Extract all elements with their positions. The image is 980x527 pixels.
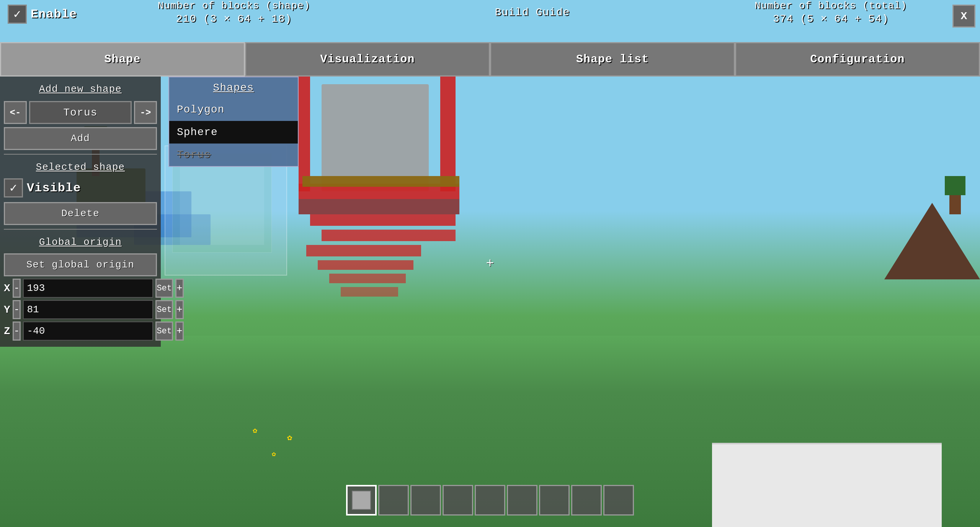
add-new-shape-link[interactable]: Add new shape <box>4 80 157 98</box>
flower2: ✿ <box>272 450 276 458</box>
visible-row: ✓ Visible <box>4 176 157 200</box>
y-input[interactable] <box>23 300 153 319</box>
visible-checkbox[interactable]: ✓ <box>4 178 23 197</box>
build-guide-label: Build Guide <box>495 3 570 21</box>
x-coord-row: X - Set + <box>4 279 157 298</box>
tree-leaves-2 <box>945 176 965 195</box>
hotbar-slot-6[interactable] <box>539 485 570 516</box>
hotbar-slot-5[interactable] <box>507 485 537 516</box>
add-button[interactable]: Add <box>4 127 157 150</box>
z-label: Z <box>4 325 10 337</box>
arrow-left-icon: <- <box>10 108 21 118</box>
shape-name-display: Torus <box>29 101 132 124</box>
x-input[interactable] <box>23 279 153 298</box>
flower1: ✿ <box>253 426 257 435</box>
y-coord-row: Y - Set + <box>4 300 157 319</box>
delete-button[interactable]: Delete <box>4 202 157 225</box>
shape-item-sphere[interactable]: Sphere <box>169 121 298 144</box>
hotbar-slot-2[interactable] <box>410 485 441 516</box>
x-plus-button[interactable]: + <box>175 279 184 298</box>
x-minus-button[interactable]: - <box>13 279 21 298</box>
enable-checkbox-container[interactable]: ✓ Enable <box>8 5 77 24</box>
arrow-right-icon: -> <box>140 108 151 118</box>
top-bar: ✓ Enable Number of blocks (shape) 210 (3… <box>0 0 980 42</box>
shape-prev-button[interactable]: <- <box>4 101 27 124</box>
selected-shape-link[interactable]: Selected shape <box>4 158 157 176</box>
total-stat-label: Number of blocks (total) <box>755 0 907 11</box>
z-minus-button[interactable]: - <box>13 321 21 341</box>
close-label: X <box>961 10 967 22</box>
shapes-header: Shapes <box>169 77 298 98</box>
tab-configuration[interactable]: Configuration <box>735 42 980 77</box>
y-set-button[interactable]: Set <box>155 300 173 319</box>
total-stat-section: Number of blocks (total) 374 (5 × 64 + 5… <box>681 0 980 25</box>
x-set-button[interactable]: Set <box>155 279 173 298</box>
mc-structure-main <box>299 61 471 329</box>
enable-checkbox[interactable]: ✓ <box>8 5 27 24</box>
z-plus-button[interactable]: + <box>175 321 184 341</box>
divider-1 <box>4 154 157 155</box>
global-origin-link[interactable]: Global origin <box>4 233 157 251</box>
ghost-blocks <box>172 153 279 268</box>
tab-bar: Shape Visualization Shape list Configura… <box>0 42 980 77</box>
red-bottom-2 <box>322 230 456 241</box>
set-global-origin-button[interactable]: Set global origin <box>4 253 157 276</box>
red-ring-right <box>440 77 456 191</box>
red-bottom-3 <box>306 245 421 256</box>
top-stats-middle: Number of blocks (shape) 210 (3 × 64 + 1… <box>85 0 980 25</box>
shape-item-polygon[interactable]: Polygon <box>169 98 298 121</box>
hotbar-slot-7[interactable] <box>571 485 602 516</box>
red-bottom-5 <box>329 274 406 283</box>
tab-shape-list[interactable]: Shape list <box>490 42 735 77</box>
white-platform <box>712 443 942 527</box>
y-plus-button[interactable]: + <box>175 300 184 319</box>
shapes-dropdown: Shapes Polygon Sphere Torus <box>168 77 299 167</box>
hotbar-slot-1[interactable] <box>378 485 409 516</box>
flower3: ✿ <box>287 432 292 443</box>
divider-2 <box>4 229 157 230</box>
red-bottom-4 <box>318 260 413 270</box>
hotbar-slot-4[interactable] <box>475 485 505 516</box>
y-label: Y <box>4 304 10 316</box>
hotbar <box>346 485 634 516</box>
hotbar-slot-0[interactable] <box>346 485 377 516</box>
hotbar-block-0 <box>352 491 371 510</box>
sphere-core <box>322 84 429 191</box>
tab-shape[interactable]: Shape <box>0 42 245 77</box>
gold-band <box>302 176 459 187</box>
shape-item-torus[interactable]: Torus <box>169 144 298 166</box>
build-guide-section: Build Guide <box>383 0 682 25</box>
close-button[interactable]: X <box>952 5 975 28</box>
red-ring-left <box>299 77 310 191</box>
total-stat-value: 374 (5 × 64 + 54) <box>773 13 889 25</box>
enable-section: ✓ Enable <box>0 0 85 28</box>
mountain <box>884 203 980 279</box>
checkmark-icon: ✓ <box>13 7 21 22</box>
shape-stat-label: Number of blocks (shape) <box>158 0 310 11</box>
visible-label: Visible <box>27 181 81 195</box>
red-bottom-6 <box>341 287 398 297</box>
shape-stat-value: 210 (3 × 64 + 18) <box>176 13 292 25</box>
shape-stat-section: Number of blocks (shape) 210 (3 × 64 + 1… <box>85 0 383 25</box>
hotbar-slot-3[interactable] <box>443 485 473 516</box>
enable-label: Enable <box>31 7 77 21</box>
y-minus-button[interactable]: - <box>13 300 21 319</box>
left-panel: Add new shape <- Torus -> Add Selected s… <box>0 77 161 347</box>
visible-checkmark-icon: ✓ <box>10 180 17 196</box>
hotbar-slot-8[interactable] <box>603 485 634 516</box>
red-ring-mid2 <box>299 199 459 214</box>
shape-selector-row: <- Torus -> <box>4 101 157 124</box>
shape-next-button[interactable]: -> <box>134 101 157 124</box>
z-set-button[interactable]: Set <box>155 321 173 341</box>
z-coord-row: Z - Set + <box>4 321 157 341</box>
red-bottom-1 <box>310 214 456 226</box>
z-input[interactable] <box>23 321 153 341</box>
x-label: X <box>4 282 10 294</box>
tab-visualization[interactable]: Visualization <box>245 42 490 77</box>
